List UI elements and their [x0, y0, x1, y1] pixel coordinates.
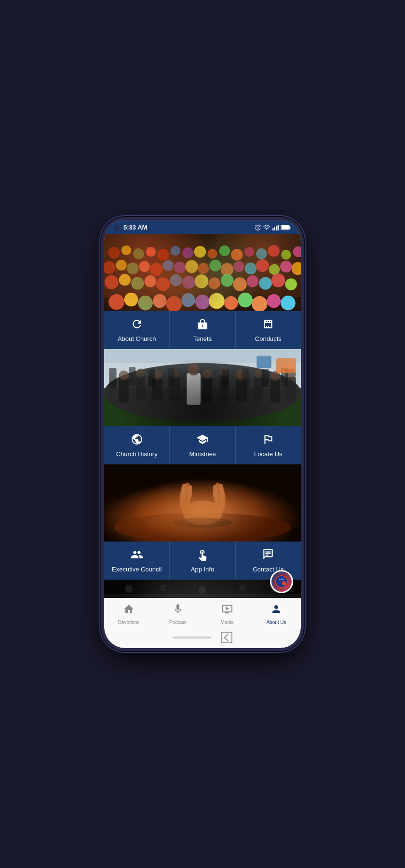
nav-item-podcast[interactable]: Podcast	[153, 598, 202, 629]
svg-point-147	[117, 597, 126, 598]
conducts-item[interactable]: Conducts	[236, 311, 301, 349]
svg-point-31	[150, 263, 163, 276]
svg-point-48	[156, 277, 170, 291]
church-history-item[interactable]: Church History	[104, 426, 170, 464]
svg-point-62	[138, 296, 153, 311]
media-icon	[221, 603, 233, 618]
locate-us-label: Locate Us	[254, 450, 283, 458]
menu-row-2: Church History Ministries	[104, 426, 301, 464]
nav-item-media[interactable]: Media	[202, 598, 252, 629]
church-history-label: Church History	[116, 450, 158, 458]
svg-point-159	[265, 597, 273, 598]
svg-rect-3	[274, 227, 275, 230]
svg-point-22	[244, 247, 254, 257]
nav-item-about-us[interactable]: About Us	[252, 598, 301, 629]
app-info-item[interactable]: App Info	[170, 542, 235, 580]
svg-point-77	[104, 363, 301, 422]
book-icon	[196, 318, 209, 330]
tenets-label: Tenets	[193, 335, 212, 342]
menu-row-3: Executive Council App Info	[104, 542, 301, 580]
svg-rect-104	[222, 369, 229, 387]
refresh-icon	[131, 318, 143, 330]
svg-point-15	[157, 249, 169, 260]
mic-icon	[172, 603, 184, 615]
svg-text:♪: ♪	[284, 583, 284, 585]
signal-icon	[272, 224, 279, 231]
tenets-item[interactable]: Tenets	[170, 311, 235, 349]
hero-image-3	[104, 464, 301, 542]
svg-rect-98	[285, 377, 296, 402]
hero-image-2	[104, 349, 301, 426]
svg-point-66	[195, 295, 210, 310]
nav-item-devotions[interactable]: Devotions	[104, 598, 153, 629]
podcast-icon	[172, 603, 184, 618]
svg-point-14	[146, 247, 156, 257]
svg-point-35	[198, 263, 209, 274]
svg-point-114	[173, 518, 232, 528]
svg-rect-73	[104, 349, 301, 426]
locate-us-item[interactable]: Locate Us	[236, 426, 301, 464]
svg-rect-110	[104, 464, 301, 542]
executive-council-item[interactable]: Executive Council	[104, 542, 170, 580]
svg-rect-103	[168, 368, 175, 387]
scroll-content[interactable]: About Church Tenets	[104, 234, 301, 598]
svg-point-46	[131, 277, 144, 290]
svg-point-51	[195, 274, 209, 288]
about-us-label: About Us	[266, 620, 286, 625]
svg-point-155	[216, 597, 224, 598]
floating-btn-inner: CACI ♪	[271, 571, 292, 592]
devotions-icon	[123, 603, 135, 618]
hero-image-1	[104, 234, 301, 311]
floating-btn[interactable]: CACI ♪	[270, 570, 293, 593]
svg-point-85	[171, 369, 179, 378]
svg-point-13	[133, 248, 144, 259]
camera	[114, 225, 120, 231]
svg-point-151	[166, 597, 175, 598]
svg-rect-107	[281, 368, 288, 387]
svg-point-16	[171, 246, 180, 256]
play-icon	[221, 603, 233, 615]
film-icon	[262, 318, 274, 330]
svg-point-37	[221, 263, 234, 276]
people-icon	[131, 548, 143, 561]
svg-point-45	[119, 274, 131, 285]
svg-point-24	[268, 245, 280, 257]
svg-text:CACI: CACI	[279, 578, 284, 581]
svg-point-11	[108, 247, 120, 258]
svg-rect-106	[261, 369, 269, 387]
svg-point-87	[188, 364, 199, 375]
about-church-label: About Church	[118, 335, 156, 342]
svg-point-33	[174, 262, 186, 273]
svg-point-55	[247, 275, 258, 287]
about-us-icon	[270, 603, 282, 618]
about-church-item[interactable]: About Church	[104, 311, 170, 349]
svg-point-39	[245, 263, 256, 274]
svg-point-93	[236, 369, 246, 380]
svg-rect-8	[282, 226, 289, 229]
back-button[interactable]	[221, 632, 232, 643]
church-history-icon	[131, 433, 143, 448]
svg-point-44	[105, 275, 119, 289]
ministries-item[interactable]: Ministries	[170, 426, 235, 464]
svg-point-18	[194, 246, 206, 258]
svg-point-58	[285, 278, 297, 290]
svg-point-61	[124, 293, 138, 307]
svg-point-79	[119, 370, 129, 380]
svg-point-49	[170, 274, 182, 286]
svg-rect-115	[104, 464, 301, 542]
locate-us-icon	[262, 433, 274, 448]
svg-rect-7	[289, 226, 290, 229]
media-label: Media	[220, 620, 233, 625]
svg-point-56	[259, 277, 272, 290]
svg-rect-86	[187, 373, 201, 405]
person-icon	[270, 603, 282, 615]
svg-point-38	[233, 261, 244, 272]
svg-rect-94	[254, 377, 263, 401]
svg-rect-108	[276, 358, 296, 373]
svg-rect-96	[270, 379, 280, 403]
svg-point-166	[238, 584, 245, 591]
svg-point-52	[208, 277, 220, 289]
svg-rect-111	[104, 464, 301, 542]
contact-us-item[interactable]: Contact Us	[236, 542, 301, 580]
globe-icon	[131, 433, 143, 446]
